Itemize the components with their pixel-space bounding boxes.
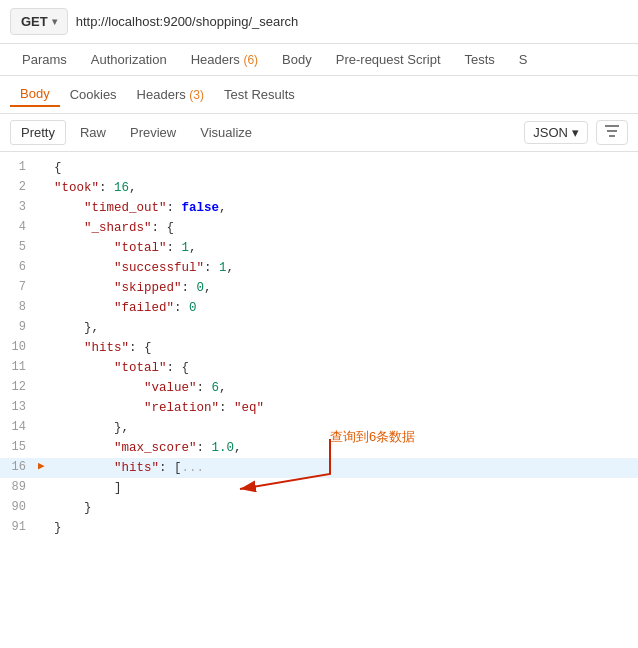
line-num-15: 15 bbox=[8, 438, 38, 457]
sub-tabs: Body Cookies Headers (3) Test Results bbox=[0, 76, 638, 114]
json-line-2: 2 "took": 16, bbox=[0, 178, 638, 198]
subtab-headers[interactable]: Headers (3) bbox=[127, 83, 214, 106]
tab-s[interactable]: S bbox=[507, 44, 540, 75]
annotation-query-result: 查询到6条数据 bbox=[320, 434, 415, 494]
json-line-9: 9 }, bbox=[0, 318, 638, 338]
bodytab-preview[interactable]: Preview bbox=[120, 121, 186, 144]
method-selector[interactable]: GET ▾ bbox=[10, 8, 68, 35]
line-content-4: "_shards": { bbox=[54, 218, 630, 238]
subtab-body[interactable]: Body bbox=[10, 82, 60, 107]
format-label: JSON bbox=[533, 125, 568, 140]
json-line-11: 11 "total": { bbox=[0, 358, 638, 378]
method-label: GET bbox=[21, 14, 48, 29]
line-content-90: } bbox=[54, 498, 630, 518]
format-chevron: ▾ bbox=[572, 125, 579, 140]
json-line-4: 4 "_shards": { bbox=[0, 218, 638, 238]
annotation-query-result-text: 查询到6条数据 bbox=[330, 428, 415, 446]
bodytab-raw[interactable]: Raw bbox=[70, 121, 116, 144]
headers-badge: (6) bbox=[243, 53, 258, 67]
json-line-10: 10 "hits": { bbox=[0, 338, 638, 358]
json-line-91: 91 } bbox=[0, 518, 638, 538]
line-num-9: 9 bbox=[8, 318, 38, 337]
line-num-14: 14 bbox=[8, 418, 38, 437]
line-content-11: "total": { bbox=[54, 358, 630, 378]
tab-tests[interactable]: Tests bbox=[453, 44, 507, 75]
subtab-cookies[interactable]: Cookies bbox=[60, 83, 127, 106]
line-content-5: "total": 1, bbox=[54, 238, 630, 258]
line-content-7: "skipped": 0, bbox=[54, 278, 630, 298]
line-num-3: 3 bbox=[8, 198, 38, 217]
line-num-13: 13 bbox=[8, 398, 38, 417]
json-line-90: 90 } bbox=[0, 498, 638, 518]
nav-tabs: Params Authorization Headers (6) Body Pr… bbox=[0, 44, 638, 76]
line-content-9: }, bbox=[54, 318, 630, 338]
line-content-6: "successful": 1, bbox=[54, 258, 630, 278]
line-num-11: 11 bbox=[8, 358, 38, 377]
tab-pre-request[interactable]: Pre-request Script bbox=[324, 44, 453, 75]
line-content-91: } bbox=[54, 518, 630, 538]
tab-authorization[interactable]: Authorization bbox=[79, 44, 179, 75]
format-selector[interactable]: JSON ▾ bbox=[524, 121, 588, 144]
line-num-4: 4 bbox=[8, 218, 38, 237]
tab-headers[interactable]: Headers (6) bbox=[179, 44, 270, 75]
json-line-8: 8 "failed": 0 bbox=[0, 298, 638, 318]
line-num-7: 7 bbox=[8, 278, 38, 297]
json-line-15: 15 "max_score": 1.0, bbox=[0, 438, 638, 458]
body-tabs-row: Pretty Raw Preview Visualize JSON ▾ bbox=[0, 114, 638, 152]
line-content-3: "timed_out": false, bbox=[54, 198, 630, 218]
line-content-1: { bbox=[54, 158, 630, 178]
json-line-7: 7 "skipped": 0, bbox=[0, 278, 638, 298]
json-line-13: 13 "relation": "eq" bbox=[0, 398, 638, 418]
bodytab-visualize[interactable]: Visualize bbox=[190, 121, 262, 144]
line-num-1: 1 bbox=[8, 158, 38, 177]
line-content-13: "relation": "eq" bbox=[54, 398, 630, 418]
line-num-8: 8 bbox=[8, 298, 38, 317]
top-bar: GET ▾ bbox=[0, 0, 638, 44]
tab-params[interactable]: Params bbox=[10, 44, 79, 75]
json-line-6: 6 "successful": 1, bbox=[0, 258, 638, 278]
subtab-headers-badge: (3) bbox=[189, 88, 204, 102]
line-num-16: 16 bbox=[8, 458, 38, 477]
url-input[interactable] bbox=[76, 14, 628, 29]
subtab-test-results[interactable]: Test Results bbox=[214, 83, 305, 106]
json-line-5: 5 "total": 1, bbox=[0, 238, 638, 258]
line-num-89: 89 bbox=[8, 478, 38, 497]
json-line-3: 3 "timed_out": false, bbox=[0, 198, 638, 218]
line-num-12: 12 bbox=[8, 378, 38, 397]
filter-icon bbox=[603, 124, 621, 138]
json-line-1: 1 { bbox=[0, 158, 638, 178]
line-num-10: 10 bbox=[8, 338, 38, 357]
line-content-8: "failed": 0 bbox=[54, 298, 630, 318]
json-viewer: 1 { 2 "took": 16, 3 "timed_out": false, … bbox=[0, 152, 638, 544]
json-annotation-container: 1 { 2 "took": 16, 3 "timed_out": false, … bbox=[0, 152, 638, 544]
json-line-14: 14 }, bbox=[0, 418, 638, 438]
line-num-5: 5 bbox=[8, 238, 38, 257]
line-content-12: "value": 6, bbox=[54, 378, 630, 398]
json-line-12: 12 "value": 6, bbox=[0, 378, 638, 398]
line-content-10: "hits": { bbox=[54, 338, 630, 358]
line-content-2: "took": 16, bbox=[54, 178, 630, 198]
line-num-2: 2 bbox=[8, 178, 38, 197]
tab-body[interactable]: Body bbox=[270, 44, 324, 75]
method-chevron: ▾ bbox=[52, 16, 57, 27]
line-num-6: 6 bbox=[8, 258, 38, 277]
filter-button[interactable] bbox=[596, 120, 628, 145]
line-num-90: 90 bbox=[8, 498, 38, 517]
line-arrow-16[interactable]: ▶ bbox=[38, 458, 54, 476]
line-num-91: 91 bbox=[8, 518, 38, 537]
bodytab-pretty[interactable]: Pretty bbox=[10, 120, 66, 145]
json-line-89: 89 ] bbox=[0, 478, 638, 498]
